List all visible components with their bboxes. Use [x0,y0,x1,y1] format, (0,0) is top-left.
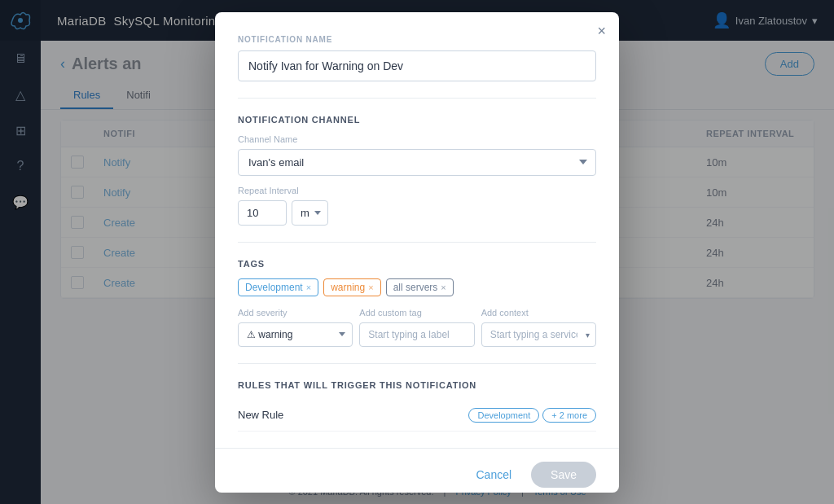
rules-section-title: RULES THAT WILL TRIGGER THIS NOTIFICATIO… [238,380,596,390]
tag-close-icon[interactable]: × [441,283,446,292]
channel-section-title: NOTIFICATION CHANNEL [238,115,596,125]
tag-label: Development [245,282,303,293]
tag-label: warning [331,282,365,293]
close-button[interactable]: × [597,24,606,38]
repeat-interval-label: Repeat Interval [238,186,596,195]
severity-select[interactable]: ⚠ warning critical info [238,322,353,347]
tag-all-servers[interactable]: all servers × [386,278,454,296]
custom-tag-input[interactable] [359,322,474,347]
context-input[interactable] [481,322,596,347]
modal-overlay: × NOTIFICATION NAME NOTIFICATION CHANNEL… [0,0,834,504]
rule-more-chip[interactable]: + 2 more [542,408,596,423]
rule-row: New Rule Development + 2 more [238,400,596,432]
rule-tag-chip[interactable]: Development [468,408,539,423]
add-custom-tag-label: Add custom tag [359,308,474,318]
notification-name-label: NOTIFICATION NAME [238,35,596,44]
tag-close-icon[interactable]: × [306,283,311,292]
add-context-wrapper: Add context [481,308,596,347]
channel-name-select[interactable]: Ivan's email [238,149,596,176]
notification-name-section: NOTIFICATION NAME [238,35,596,81]
cancel-button[interactable]: Cancel [466,462,521,488]
channel-name-label: Channel Name [238,134,596,144]
rule-tags: Development + 2 more [468,408,596,423]
notification-name-input[interactable] [238,50,596,81]
tag-close-icon[interactable]: × [368,283,373,292]
add-severity-wrapper: Add severity ⚠ warning critical info [238,308,353,347]
save-button[interactable]: Save [531,462,596,488]
interval-number-input[interactable] [238,200,287,226]
channel-section: NOTIFICATION CHANNEL Channel Name Ivan's… [238,115,596,226]
tag-development[interactable]: Development × [238,278,318,296]
tags-section: TAGS Development × warning × all servers… [238,259,596,347]
repeat-interval-controls: m h d [238,200,596,226]
add-severity-label: Add severity [238,308,353,318]
interval-unit-select[interactable]: m h d [292,200,328,226]
tags-inputs: Add severity ⚠ warning critical info Add… [238,308,596,347]
tags-section-title: TAGS [238,259,596,269]
rules-section: RULES THAT WILL TRIGGER THIS NOTIFICATIO… [238,380,596,432]
modal-body: NOTIFICATION NAME NOTIFICATION CHANNEL C… [215,12,619,448]
add-context-label: Add context [481,308,596,318]
add-custom-tag-wrapper: Add custom tag [359,308,474,347]
tag-warning[interactable]: warning × [323,278,380,296]
modal-footer: Cancel Save [215,448,619,493]
tag-label: all servers [393,282,438,293]
context-wrapper [481,322,596,347]
notification-modal: × NOTIFICATION NAME NOTIFICATION CHANNEL… [215,12,619,493]
tags-container: Development × warning × all servers × [238,278,596,296]
rule-name: New Rule [238,409,283,421]
